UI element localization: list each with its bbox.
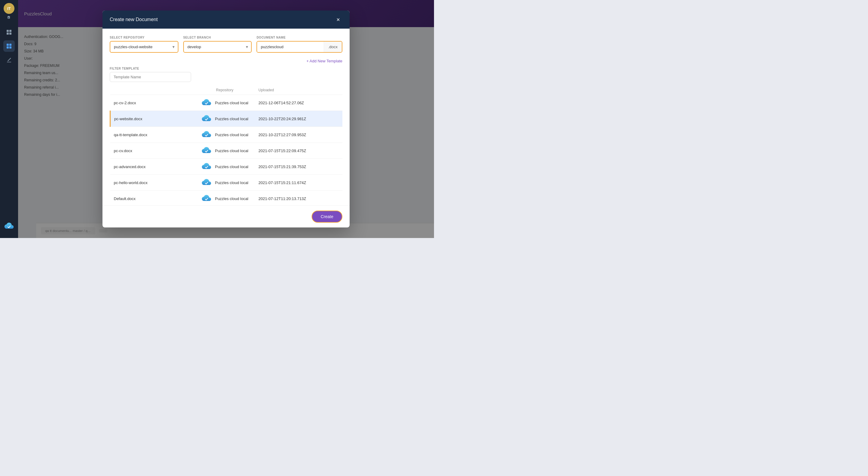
template-repo-cell: Puzzles cloud local xyxy=(195,143,255,159)
template-uploaded-cell: 2021-07-15T15:21:39.753Z xyxy=(255,159,343,175)
template-name-cell: qa-tt-template.docx xyxy=(110,127,195,143)
template-uploaded-cell: 2021-10-22T12:27:09.953Z xyxy=(255,127,343,143)
svg-rect-6 xyxy=(7,46,9,49)
main-content: PuzzlesCloud Authentication: GOOG... Doc… xyxy=(18,0,434,238)
sidebar-item-cloud[interactable] xyxy=(3,221,15,232)
branch-label: SELECT BRANCH xyxy=(183,36,252,39)
svg-rect-2 xyxy=(7,33,9,35)
template-uploaded-cell: 2021-12-06T14:52:27.06Z xyxy=(255,95,343,111)
create-document-modal: Create new Document × SELECT REPOSITORY … xyxy=(102,10,350,227)
docname-label: DOCUMENT NAME xyxy=(256,36,342,39)
template-repo-cell: Puzzles cloud local xyxy=(195,191,255,206)
col-header-repo: Repository xyxy=(195,86,255,95)
template-repo-cell: Puzzles cloud local xyxy=(195,111,255,127)
sidebar-item-home[interactable] xyxy=(3,27,15,38)
sidebar-item-edit[interactable] xyxy=(3,54,15,66)
sidebar-item-dashboard[interactable] xyxy=(3,40,15,52)
template-repo-cell: Puzzles cloud local xyxy=(195,95,255,111)
svg-rect-3 xyxy=(9,33,11,35)
svg-rect-4 xyxy=(7,44,9,46)
template-name-cell: pc-hello-world.docx xyxy=(110,175,195,191)
col-header-name xyxy=(110,86,195,95)
col-header-uploaded: Uploaded xyxy=(255,86,343,95)
table-row[interactable]: pc-hello-world.docx Puzzles cloud local … xyxy=(110,175,343,191)
table-row[interactable]: Default.docx Puzzles cloud local 2021-07… xyxy=(110,191,343,206)
template-name-cell: pc-cv.docx xyxy=(110,143,195,159)
svg-rect-7 xyxy=(9,46,11,49)
repository-label: SELECT REPOSITORY xyxy=(110,36,179,39)
template-repo-cell: Puzzles cloud local xyxy=(195,175,255,191)
sidebar: IT xyxy=(0,0,18,238)
create-button[interactable]: Create xyxy=(312,211,342,223)
table-row[interactable]: pc-cv.docx Puzzles cloud local 2021-07-1… xyxy=(110,143,343,159)
close-button[interactable]: × xyxy=(334,15,342,24)
template-table: Repository Uploaded pc-cv-2.docx xyxy=(110,86,342,205)
avatar[interactable]: IT xyxy=(4,3,14,14)
template-name-cell: pc-website.docx xyxy=(110,111,195,127)
docname-group: DOCUMENT NAME .docx xyxy=(256,36,342,53)
repository-group: SELECT REPOSITORY puzzles-cloud-website … xyxy=(110,36,179,53)
add-template-row: + Add New Template xyxy=(110,59,342,63)
filter-section: FILTER TEMPLATE xyxy=(110,67,342,82)
table-row[interactable]: pc-advanced.docx Puzzles cloud local 202… xyxy=(110,159,343,175)
svg-rect-1 xyxy=(9,30,11,32)
template-name-cell: Default.docx xyxy=(110,191,195,206)
template-repo-cell: Puzzles cloud local xyxy=(195,127,255,143)
docname-extension: .docx xyxy=(324,41,342,52)
modal-body: SELECT REPOSITORY puzzles-cloud-website … xyxy=(102,29,350,205)
modal-overlay: Create new Document × SELECT REPOSITORY … xyxy=(18,0,434,238)
template-repo-cell: Puzzles cloud local xyxy=(195,159,255,175)
table-row[interactable]: pc-website.docx Puzzles cloud local 2021… xyxy=(110,111,343,127)
branch-select-wrapper: develop main ▼ xyxy=(183,41,252,53)
svg-rect-5 xyxy=(9,44,11,46)
docname-wrapper: .docx xyxy=(256,41,342,53)
template-uploaded-cell: 2021-07-15T15:22:09.475Z xyxy=(255,143,343,159)
table-row[interactable]: pc-cv-2.docx Puzzles cloud local 2021-12… xyxy=(110,95,343,111)
docname-input[interactable] xyxy=(257,41,324,52)
filter-input[interactable] xyxy=(110,72,191,82)
form-row: SELECT REPOSITORY puzzles-cloud-website … xyxy=(110,36,342,53)
modal-header: Create new Document × xyxy=(102,10,350,29)
repository-select-wrapper: puzzles-cloud-website puzzles-cloud-api … xyxy=(110,41,179,53)
repository-select[interactable]: puzzles-cloud-website puzzles-cloud-api xyxy=(110,41,179,53)
template-uploaded-cell: 2021-07-15T15:21:11.674Z xyxy=(255,175,343,191)
gear-icon[interactable] xyxy=(6,16,12,21)
modal-title: Create new Document xyxy=(110,17,158,22)
add-template-link[interactable]: + Add New Template xyxy=(307,59,342,63)
modal-footer: Create xyxy=(102,205,350,227)
template-name-cell: pc-cv-2.docx xyxy=(110,95,195,111)
template-name-cell: pc-advanced.docx xyxy=(110,159,195,175)
svg-rect-0 xyxy=(7,30,9,32)
filter-label: FILTER TEMPLATE xyxy=(110,67,342,70)
branch-select[interactable]: develop main xyxy=(183,41,252,53)
template-uploaded-cell: 2021-07-12T11:20:13.713Z xyxy=(255,191,343,206)
table-row[interactable]: qa-tt-template.docx Puzzles cloud local … xyxy=(110,127,343,143)
template-uploaded-cell: 2021-10-22T20:24:29.981Z xyxy=(255,111,343,127)
branch-group: SELECT BRANCH develop main ▼ xyxy=(183,36,252,53)
